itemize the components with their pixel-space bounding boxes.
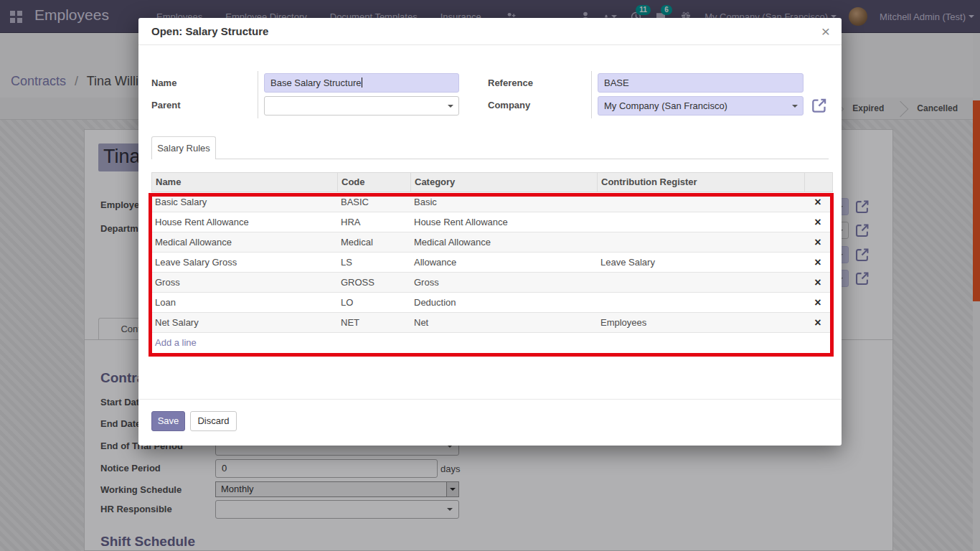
cell-name[interactable]: Net Salary (151, 313, 337, 332)
company-select[interactable]: My Company (San Francisco) (598, 96, 804, 116)
salary-structure-modal: Open: Salary Structure × Name Base Salar… (138, 18, 842, 446)
cell-name[interactable]: Loan (151, 293, 337, 312)
name-input[interactable]: Base Salary Structure (264, 73, 459, 93)
cell-register[interactable]: Employees (597, 313, 804, 332)
tab-underline (151, 159, 829, 159)
cell-register[interactable] (597, 293, 804, 312)
cell-code[interactable]: NET (337, 313, 410, 332)
cell-category[interactable]: Medical Allowance (410, 232, 597, 252)
salary-rules-table: Name Code Category Contribution Register… (151, 172, 833, 353)
header-name[interactable]: Name (152, 173, 338, 192)
table-header-row: Name Code Category Contribution Register (151, 172, 833, 192)
modal-header: Open: Salary Structure × (138, 18, 842, 45)
cell-name[interactable]: Gross (151, 273, 337, 292)
delete-row-icon[interactable]: × (814, 296, 821, 309)
table-row[interactable]: Medical Allowance Medical Medical Allowa… (151, 232, 833, 253)
cell-register[interactable] (597, 212, 804, 232)
cell-register[interactable] (597, 273, 804, 292)
table-body: Basic Salary BASIC Basic × House Rent Al… (151, 192, 833, 333)
name-label: Name (151, 77, 176, 88)
delete-row-icon[interactable]: × (814, 276, 821, 288)
cell-category[interactable]: Allowance (410, 253, 597, 272)
cell-register[interactable] (597, 192, 804, 212)
modal-footer-divider (138, 399, 842, 400)
tab-salary-rules[interactable]: Salary Rules (151, 136, 216, 159)
delete-row-icon[interactable]: × (814, 316, 821, 329)
modal-save-button[interactable]: Save (151, 411, 185, 431)
table-row[interactable]: Net Salary NET Net Employees × (151, 313, 833, 333)
modal-discard-button[interactable]: Discard (190, 411, 237, 431)
modal-title: Open: Salary Structure (151, 18, 268, 45)
reference-input[interactable]: BASE (598, 73, 804, 93)
header-contribution-register[interactable]: Contribution Register (598, 173, 805, 192)
cell-code[interactable]: LO (337, 293, 410, 312)
header-actions (805, 173, 832, 192)
table-row[interactable]: Leave Salary Gross LS Allowance Leave Sa… (151, 253, 833, 273)
cell-category[interactable]: Basic (410, 192, 597, 212)
text-cursor (362, 77, 362, 88)
close-icon[interactable]: × (819, 22, 833, 42)
column-divider (591, 71, 592, 118)
table-row[interactable]: House Rent Allowance HRA House Rent Allo… (151, 212, 833, 232)
reference-value: BASE (604, 77, 629, 88)
cell-register[interactable]: Leave Salary (597, 253, 804, 272)
cell-category[interactable]: Deduction (410, 293, 597, 312)
table-row[interactable]: Loan LO Deduction × (151, 293, 833, 313)
cell-name[interactable]: House Rent Allowance (151, 212, 337, 232)
company-value: My Company (San Francisco) (604, 100, 727, 111)
table-row[interactable]: Basic Salary BASIC Basic × (151, 192, 833, 212)
cell-code[interactable]: GROSS (337, 273, 410, 292)
cell-register[interactable] (597, 232, 804, 252)
delete-row-icon[interactable]: × (814, 196, 821, 208)
cell-name[interactable]: Leave Salary Gross (151, 253, 337, 272)
delete-row-icon[interactable]: × (814, 256, 821, 268)
cell-code[interactable]: Medical (337, 232, 410, 252)
reference-label: Reference (488, 77, 533, 88)
delete-row-icon[interactable]: × (814, 216, 821, 228)
cell-code[interactable]: LS (337, 253, 410, 272)
cell-code[interactable]: BASIC (337, 192, 410, 212)
screen: Employees Employees Employee Directory D… (0, 0, 980, 551)
cell-name[interactable]: Basic Salary (151, 192, 337, 212)
table-row[interactable]: Gross GROSS Gross × (151, 273, 833, 293)
cell-category[interactable]: Gross (410, 273, 597, 292)
company-external-link-icon[interactable] (811, 97, 826, 113)
parent-label: Parent (151, 100, 180, 110)
cell-category[interactable]: Net (410, 313, 597, 332)
cell-code[interactable]: HRA (337, 212, 410, 232)
column-divider (258, 71, 258, 118)
header-category[interactable]: Category (411, 173, 598, 192)
parent-select[interactable] (264, 96, 459, 116)
cell-name[interactable]: Medical Allowance (151, 232, 337, 252)
name-value: Base Salary Structure (270, 77, 361, 88)
delete-row-icon[interactable]: × (814, 236, 821, 248)
header-code[interactable]: Code (338, 173, 411, 192)
add-a-line-link[interactable]: Add a line (151, 333, 833, 353)
cell-category[interactable]: House Rent Allowance (410, 212, 597, 232)
company-label: Company (488, 100, 530, 110)
